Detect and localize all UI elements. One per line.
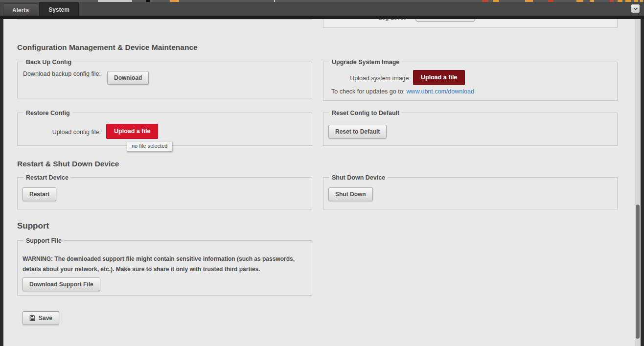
- save-button-label: Save: [39, 315, 52, 322]
- backup-config-label: Download backup config file:: [23, 69, 101, 79]
- reset-to-default-button[interactable]: Reset to Default: [328, 125, 387, 138]
- upload-image-button[interactable]: Upload a file: [413, 70, 465, 85]
- legend-restore-config: Restore Config: [23, 109, 72, 117]
- scrollbar-thumb[interactable]: [636, 205, 640, 339]
- fieldset-restore-config: Restore Config Upload config file: Uploa…: [17, 113, 312, 146]
- collapse-panel-button[interactable]: [631, 4, 640, 13]
- support-file-warning: WARNING: The downloaded support file mig…: [23, 254, 308, 275]
- tab-bar: Alerts System: [0, 2, 644, 16]
- legend-restart-device: Restart Device: [23, 174, 71, 182]
- legend-upgrade-image: Upgrade System Image: [329, 58, 402, 66]
- legend-backup-config: Back Up Config: [23, 58, 74, 66]
- fieldset-backup-config: Back Up Config Download backup config fi…: [17, 62, 312, 98]
- upload-config-button[interactable]: Upload a file: [106, 124, 158, 139]
- file-status-tooltip: no file selected: [127, 141, 172, 151]
- ubnt-download-link[interactable]: www.ubnt.com/download: [407, 88, 474, 95]
- fieldset-shutdown-device: Shut Down Device Shut Down: [323, 177, 618, 209]
- save-button[interactable]: Save: [23, 311, 59, 325]
- fieldset-upgrade-image: Upgrade System Image Upload system image…: [323, 62, 618, 101]
- section-title-support: Support: [17, 221, 49, 231]
- update-note-text: To check for updates go to:: [331, 88, 405, 95]
- shutdown-button[interactable]: Shut Down: [328, 187, 373, 201]
- download-support-file-button[interactable]: Download Support File: [23, 277, 100, 291]
- chevron-down-icon: [633, 7, 638, 10]
- legend-reset-default: Reset Config to Default: [329, 109, 402, 117]
- section-title-config-management: Configuration Management & Device Mainte…: [17, 43, 198, 52]
- frame-right-edge: [641, 19, 644, 346]
- section-title-restart-shutdown: Restart & Shut Down Device: [17, 160, 119, 168]
- fieldset-restart-device: Restart Device Restart: [17, 177, 312, 209]
- frame-left-edge: [0, 19, 3, 346]
- panel-top-border: [0, 16, 644, 19]
- system-settings-screen: Alerts System Log Level: Configuration M…: [0, 0, 644, 346]
- download-backup-button[interactable]: Download: [107, 71, 149, 85]
- tab-alerts[interactable]: Alerts: [3, 3, 38, 16]
- scrollbar-track[interactable]: [635, 19, 641, 346]
- fieldset-support-file: Support File WARNING: The downloaded sup…: [17, 240, 312, 296]
- browser-chrome-sliver: [0, 0, 644, 2]
- restart-button[interactable]: Restart: [23, 187, 56, 201]
- upload-config-label: Upload config file:: [23, 127, 101, 138]
- legend-support-file: Support File: [23, 237, 64, 245]
- tab-system[interactable]: System: [39, 2, 79, 16]
- legend-shutdown-device: Shut Down Device: [329, 174, 388, 182]
- upload-image-label: Upload system image:: [323, 73, 411, 84]
- fieldset-reset-default: Reset Config to Default Reset to Default: [323, 113, 618, 146]
- update-note-row: To check for updates go to: www.ubnt.com…: [331, 88, 474, 95]
- floppy-disk-icon: [29, 315, 35, 321]
